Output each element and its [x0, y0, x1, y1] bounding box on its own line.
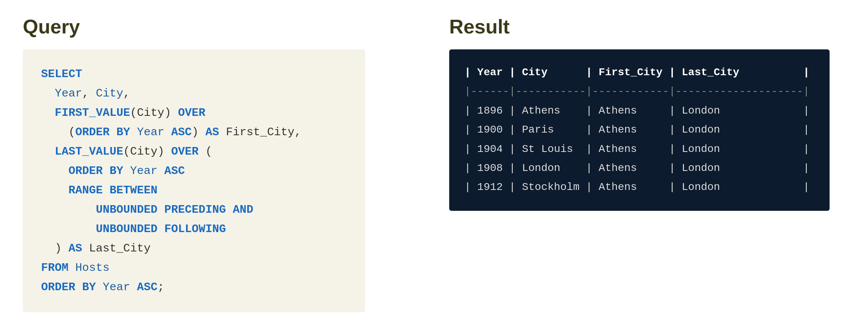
- query-line-8: UNBOUNDED PRECEDING AND: [41, 200, 347, 220]
- result-title: Result: [449, 15, 845, 38]
- query-line-6: ORDER BY Year ASC: [41, 161, 347, 181]
- query-line-3: FIRST_VALUE(City) OVER: [41, 103, 347, 123]
- query-line-2: Year, City,: [41, 84, 347, 103]
- result-row-1: | 1896 | Athens | Athens | London |: [464, 101, 814, 120]
- query-line-5: LAST_VALUE(City) OVER (: [41, 142, 347, 161]
- query-line-9: UNBOUNDED FOLLOWING: [41, 220, 347, 239]
- result-row-4: | 1908 | London | Athens | London |: [464, 159, 814, 178]
- query-panel: Query SELECT Year, City, FIRST_VALUE(Cit…: [23, 15, 419, 312]
- query-line-7: RANGE BETWEEN: [41, 181, 347, 200]
- result-panel: Result | Year | City | First_City | Last…: [449, 15, 845, 312]
- result-row-3: | 1904 | St Louis | Athens | London |: [464, 140, 814, 159]
- result-box: | Year | City | First_City | Last_City |…: [449, 49, 830, 211]
- query-line-4: (ORDER BY Year ASC) AS First_City,: [41, 123, 347, 142]
- result-row-2: | 1900 | Paris | Athens | London |: [464, 120, 814, 139]
- query-box: SELECT Year, City, FIRST_VALUE(City) OVE…: [23, 49, 365, 312]
- result-row-5: | 1912 | Stockholm | Athens | London |: [464, 178, 814, 197]
- query-title: Query: [23, 15, 419, 38]
- query-line-10: ) AS Last_City: [41, 239, 347, 258]
- query-line-12: ORDER BY Year ASC;: [41, 278, 347, 297]
- result-separator: |------|-----------|------------|-------…: [464, 82, 814, 101]
- query-line-1: SELECT: [41, 65, 347, 84]
- query-line-11: FROM Hosts: [41, 258, 347, 278]
- kw-select: SELECT: [41, 68, 82, 81]
- result-header: | Year | City | First_City | Last_City |: [464, 63, 814, 82]
